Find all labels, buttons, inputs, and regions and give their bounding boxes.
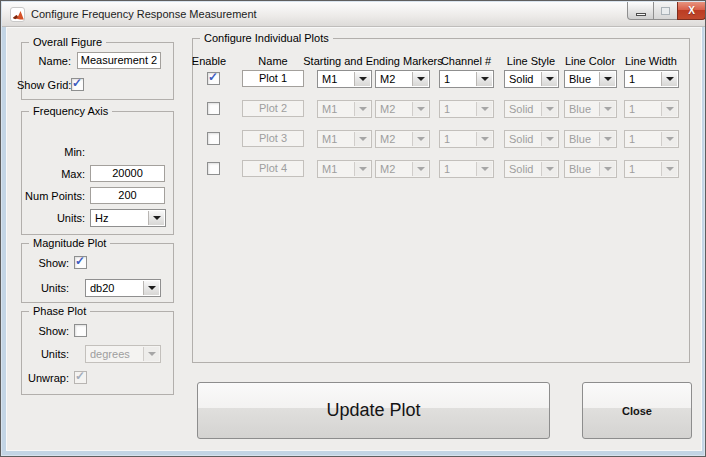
phase-show-checkbox[interactable]: ✓ <box>74 324 87 337</box>
plot-enable-checkbox[interactable]: ✓ <box>207 132 220 145</box>
line-style-dropdown: Solid <box>504 130 559 148</box>
line-color-dropdown: Blue <box>564 160 617 178</box>
close-button[interactable]: Close <box>582 382 692 439</box>
freq-units-label: Units: <box>15 212 85 224</box>
name-label: Name: <box>27 55 71 67</box>
num-points-label: Num Points: <box>15 190 85 202</box>
chevron-down-icon <box>148 352 156 356</box>
line-width-dropdown[interactable]: 1 <box>624 70 679 88</box>
plot-name-input[interactable]: Plot 1 <box>242 70 304 87</box>
close-icon: X <box>688 5 695 16</box>
line-style-dropdown: Solid <box>504 160 559 178</box>
line-style-dropdown: Solid <box>504 100 559 118</box>
overall-figure-group-title: Overall Figure <box>29 36 106 48</box>
maximize-icon <box>661 7 670 15</box>
overall-figure-group: Overall Figure <box>21 42 174 100</box>
num-points-input[interactable]: 200 <box>90 187 165 204</box>
chevron-down-icon <box>546 137 554 141</box>
chevron-down-icon <box>546 77 554 81</box>
close-window-button[interactable]: X <box>677 2 706 20</box>
line-width-dropdown: 1 <box>624 100 679 118</box>
marker-end-dropdown: M2 <box>375 160 430 178</box>
title-bar[interactable]: Configure Frequency Response Measurement… <box>2 2 706 27</box>
check-icon: ✓ <box>72 76 82 90</box>
channel-dropdown: 1 <box>439 100 494 118</box>
unwrap-label: Unwrap: <box>15 372 69 384</box>
dialog-window: Configure Frequency Response Measurement… <box>0 0 706 457</box>
marker-end-dropdown: M2 <box>375 100 430 118</box>
marker-start-dropdown: M1 <box>317 160 372 178</box>
window-title: Configure Frequency Response Measurement <box>31 8 257 20</box>
marker-start-dropdown: M1 <box>317 100 372 118</box>
chevron-down-icon <box>666 167 674 171</box>
figure-name-input[interactable]: Measurement 2 <box>77 52 161 69</box>
channel-column-header: Channel # <box>436 55 496 67</box>
chevron-down-icon <box>481 137 489 141</box>
chevron-down-icon <box>666 107 674 111</box>
max-input[interactable]: 20000 <box>90 165 165 182</box>
chevron-down-icon <box>359 167 367 171</box>
plot-enable-checkbox[interactable]: ✓ <box>207 102 220 115</box>
phase-units-label: Units: <box>15 348 69 360</box>
marker-start-dropdown: M1 <box>317 130 372 148</box>
chevron-down-icon <box>604 77 612 81</box>
check-icon: ✓ <box>208 70 218 84</box>
chevron-down-icon <box>481 107 489 111</box>
chevron-down-icon <box>604 107 612 111</box>
phase-units-dropdown: degrees <box>85 345 161 363</box>
chevron-down-icon <box>153 216 161 220</box>
chevron-down-icon <box>546 107 554 111</box>
freq-units-dropdown[interactable]: Hz <box>90 209 166 227</box>
line-width-dropdown: 1 <box>624 160 679 178</box>
line-style-dropdown[interactable]: Solid <box>504 70 559 88</box>
chevron-down-icon <box>417 107 425 111</box>
chevron-down-icon <box>481 77 489 81</box>
channel-dropdown: 1 <box>439 130 494 148</box>
chevron-down-icon <box>359 77 367 81</box>
line-style-column-header: Line Style <box>501 55 561 67</box>
chevron-down-icon <box>666 137 674 141</box>
channel-dropdown: 1 <box>439 160 494 178</box>
update-plot-button[interactable]: Update Plot <box>197 382 550 439</box>
chevron-down-icon <box>481 167 489 171</box>
chevron-down-icon <box>417 77 425 81</box>
individual-plots-group-title: Configure Individual Plots <box>200 32 333 44</box>
plot-name-input: Plot 2 <box>242 100 304 117</box>
magnitude-units-label: Units: <box>15 282 69 294</box>
channel-dropdown[interactable]: 1 <box>439 70 494 88</box>
chevron-down-icon <box>604 167 612 171</box>
magnitude-plot-group-title: Magnitude Plot <box>29 237 110 249</box>
minimize-icon <box>636 13 646 16</box>
phase-plot-group-title: Phase Plot <box>29 305 90 317</box>
line-width-dropdown: 1 <box>624 130 679 148</box>
dialog-client-area: Overall Figure Name: Measurement 2 Show … <box>6 27 702 451</box>
line-color-column-header: Line Color <box>560 55 620 67</box>
check-icon: ✓ <box>75 369 85 383</box>
matlab-icon <box>10 7 25 22</box>
show-grid-checkbox[interactable]: ✓ <box>71 78 84 91</box>
maximize-button[interactable] <box>653 2 678 20</box>
plot-name-input: Plot 4 <box>242 160 304 177</box>
line-color-dropdown: Blue <box>564 130 617 148</box>
chevron-down-icon <box>546 167 554 171</box>
marker-start-dropdown[interactable]: M1 <box>317 70 372 88</box>
plot-enable-checkbox[interactable]: ✓ <box>207 72 220 85</box>
magnitude-show-label: Show: <box>15 257 69 269</box>
marker-end-dropdown[interactable]: M2 <box>375 70 430 88</box>
chevron-down-icon <box>604 137 612 141</box>
plot-enable-checkbox[interactable]: ✓ <box>207 162 220 175</box>
line-color-dropdown: Blue <box>564 100 617 118</box>
unwrap-checkbox: ✓ <box>74 371 87 384</box>
plot-name-input: Plot 3 <box>242 130 304 147</box>
magnitude-show-checkbox[interactable]: ✓ <box>74 256 87 269</box>
chevron-down-icon <box>417 167 425 171</box>
line-width-column-header: Line Width <box>621 55 681 67</box>
chevron-down-icon <box>359 137 367 141</box>
minimize-button[interactable] <box>627 2 654 20</box>
line-color-dropdown[interactable]: Blue <box>564 70 617 88</box>
max-label: Max: <box>15 168 85 180</box>
chevron-down-icon <box>148 286 156 290</box>
chevron-down-icon <box>417 137 425 141</box>
chevron-down-icon <box>359 107 367 111</box>
magnitude-units-dropdown[interactable]: db20 <box>85 279 161 297</box>
